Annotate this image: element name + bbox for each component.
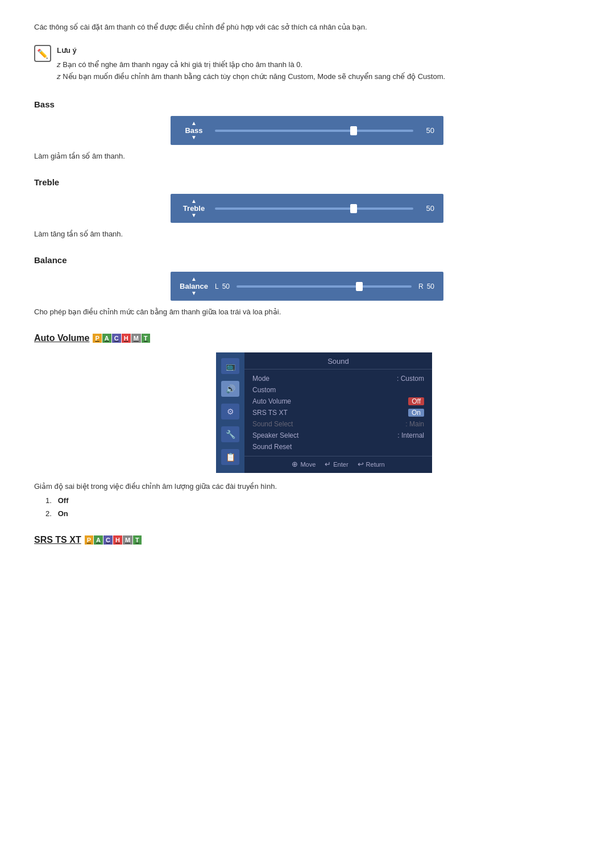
menu-item-custom-key: Custom	[252, 386, 276, 394]
menu-item-auto-volume-key: Auto Volume	[252, 397, 291, 405]
srs-title-text: SRS TS XT	[34, 535, 81, 545]
footer-move-label: Move	[300, 461, 316, 468]
note-icon: ✏️	[34, 45, 51, 62]
badge-c: C	[112, 334, 121, 343]
menu-header: Sound	[244, 357, 432, 369]
balance-left-value: 50	[222, 283, 230, 290]
menu-item-srs-value: On	[408, 409, 424, 417]
treble-slider-container: ▲ Treble ▼ 50	[171, 194, 443, 223]
menu-content: Sound Mode : Custom Custom Auto Volume O…	[244, 352, 432, 473]
srs-title: SRS TS XT P A C H M T	[34, 535, 580, 545]
bass-label: Bass	[185, 126, 202, 135]
balance-slider-container: ▲ Balance ▼ L 50 R 50	[171, 272, 443, 301]
menu-footer: ⊕ Move ↵ Enter ↩ Return	[244, 456, 432, 471]
bass-track[interactable]	[215, 130, 413, 132]
srs-section: SRS TS XT P A C H M T	[34, 535, 580, 545]
footer-return: ↩ Return	[358, 460, 385, 468]
balance-track[interactable]	[237, 285, 412, 288]
srs-badges: P A C H M T	[85, 535, 142, 545]
auto-volume-title-text: Auto Volume	[34, 333, 89, 343]
bass-value: 50	[420, 126, 434, 135]
footer-enter-label: Enter	[333, 461, 348, 468]
balance-title: Balance	[34, 255, 580, 265]
menu-item-speaker-select[interactable]: Speaker Select : Internal	[244, 430, 432, 441]
note-item-2: Nếu bạn muốn điều chỉnh âm thanh bằng cá…	[57, 71, 445, 83]
footer-move: ⊕ Move	[292, 460, 316, 468]
note-item-1: Bạn có thể nghe âm thanh ngay cả khi giá…	[57, 59, 445, 71]
bass-section: Bass ▲ Bass ▼ 50 Làm giảm tần số âm than…	[34, 99, 580, 160]
auto-volume-item-1: 1. Off	[45, 496, 580, 505]
footer-enter: ↵ Enter	[325, 460, 348, 468]
balance-right-group: R 50	[418, 283, 434, 290]
balance-left-group: L 50	[215, 283, 230, 290]
menu-item-mode[interactable]: Mode : Custom	[244, 373, 432, 384]
srs-badge-m: M	[123, 535, 132, 545]
srs-badge-h: H	[113, 535, 122, 545]
auto-volume-description: Giảm độ sai biệt trong việc điều chỉnh â…	[34, 482, 580, 491]
balance-right-value: 50	[427, 283, 434, 290]
balance-right-label: R	[418, 283, 424, 290]
menu-icon-5: 📋	[221, 449, 239, 465]
balance-arrow-up: ▲	[191, 276, 197, 282]
auto-volume-menu-wrapper: 📺 🔊 ⚙ 🔧 📋 Sound Mode : Custom Custom Aut…	[68, 352, 580, 473]
balance-arrow-down: ▼	[191, 290, 197, 296]
item-2-text: On	[58, 509, 68, 518]
menu-item-mode-value: : Custom	[397, 375, 424, 383]
treble-track[interactable]	[215, 207, 413, 210]
srs-badge-c: C	[103, 535, 113, 545]
menu-item-auto-volume[interactable]: Auto Volume Off	[244, 396, 432, 407]
note-box: ✏️ Lưu ý Bạn có thể nghe âm thanh ngay c…	[34, 45, 580, 82]
bass-description: Làm giảm tần số âm thanh.	[34, 152, 580, 160]
balance-left-label: L	[215, 283, 219, 290]
treble-title: Treble	[34, 177, 580, 187]
balance-description: Cho phép bạn điều chỉnh mức cân bằng âm …	[34, 308, 580, 316]
balance-thumb	[356, 282, 363, 291]
menu-icons: 📺 🔊 ⚙ 🔧 📋	[216, 352, 244, 473]
bass-arrow-up: ▲	[191, 121, 197, 126]
move-icon: ⊕	[292, 460, 298, 468]
bass-arrow-down: ▼	[191, 135, 197, 140]
menu-item-mode-key: Mode	[252, 375, 269, 383]
footer-return-label: Return	[366, 461, 385, 468]
bass-slider-container: ▲ Bass ▼ 50	[171, 116, 443, 145]
menu-item-srs[interactable]: SRS TS XT On	[244, 407, 432, 418]
menu-item-custom[interactable]: Custom	[244, 384, 432, 396]
menu-item-sound-select[interactable]: Sound Select : Main	[244, 418, 432, 430]
badge-m: M	[131, 334, 141, 343]
treble-section: Treble ▲ Treble ▼ 50 Làm tăng tần số âm …	[34, 177, 580, 238]
balance-label-group: ▲ Balance ▼	[180, 276, 208, 296]
menu-item-sound-select-value: : Main	[405, 420, 424, 428]
treble-label-group: ▲ Treble ▼	[180, 198, 208, 218]
menu-item-speaker-select-key: Speaker Select	[252, 431, 298, 439]
enter-icon: ↵	[325, 460, 331, 468]
bass-title: Bass	[34, 99, 580, 109]
menu-icon-4: 🔧	[221, 426, 239, 442]
menu-icon-2: 🔊	[221, 381, 239, 397]
badge-a: A	[102, 334, 111, 343]
treble-description: Làm tăng tần số âm thanh.	[34, 230, 580, 238]
menu-item-srs-key: SRS TS XT	[252, 409, 288, 417]
badge-t: T	[142, 334, 150, 343]
note-content: Lưu ý Bạn có thể nghe âm thanh ngay cả k…	[57, 45, 445, 82]
auto-volume-item-2: 2. On	[45, 509, 580, 518]
badge-p: P	[93, 334, 101, 343]
return-icon: ↩	[358, 460, 364, 468]
note-list: Bạn có thể nghe âm thanh ngay cả khi giá…	[57, 59, 445, 83]
auto-volume-list: 1. Off 2. On	[45, 496, 580, 518]
badge-h: H	[122, 334, 131, 343]
menu-item-sound-reset[interactable]: Sound Reset	[244, 441, 432, 452]
treble-arrow-up: ▲	[191, 198, 197, 204]
auto-volume-section: Auto Volume P A C H M T 📺 🔊 ⚙ 🔧 📋 Sound …	[34, 333, 580, 518]
menu-icon-1: 📺	[221, 358, 239, 374]
auto-volume-badges: P A C H M T	[93, 334, 150, 343]
balance-section: Balance ▲ Balance ▼ L 50 R 50 Cho phép b…	[34, 255, 580, 316]
treble-arrow-down: ▼	[191, 213, 197, 218]
bass-thumb	[350, 126, 357, 135]
srs-badge-a: A	[94, 535, 103, 545]
item-1-text: Off	[58, 496, 69, 505]
auto-volume-title: Auto Volume P A C H M T	[34, 333, 580, 343]
treble-value: 50	[420, 204, 434, 213]
item-2-number: 2.	[45, 509, 52, 518]
treble-label: Treble	[183, 204, 205, 213]
intro-text: Các thông số cài đặt âm thanh có thể đượ…	[34, 23, 580, 31]
